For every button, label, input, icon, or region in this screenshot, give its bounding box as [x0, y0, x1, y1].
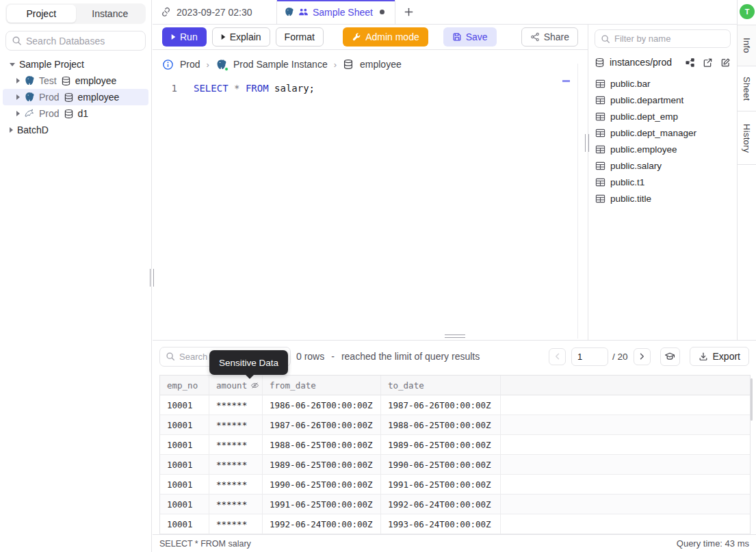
breadcrumb-database[interactable]: employee: [360, 59, 402, 70]
run-button[interactable]: Run: [162, 27, 207, 47]
save-icon: [452, 32, 462, 42]
page-total: / 20: [612, 352, 628, 362]
tree-node-batchd[interactable]: BatchD: [3, 122, 148, 138]
cell: 10001: [160, 395, 209, 415]
admin-mode-button[interactable]: Admin mode: [343, 27, 428, 47]
cell: 1989-06-25T00:00:00Z: [381, 435, 501, 455]
column-header-filler: [501, 376, 750, 395]
schema-panel-resize-handle[interactable]: [585, 134, 589, 152]
results-scrollbar[interactable]: [751, 378, 753, 421]
environment-label: Prod: [39, 108, 60, 119]
eye-off-icon[interactable]: [250, 381, 259, 390]
cell-masked: ******: [209, 495, 263, 514]
tab-sample-sheet[interactable]: Sample Sheet: [277, 0, 395, 24]
cell: 10001: [160, 514, 209, 534]
table-list: public.bar public.department public.dept…: [588, 75, 737, 207]
tree-node-prod-employee[interactable]: Prod employee: [3, 89, 148, 105]
share-button[interactable]: Share: [521, 27, 578, 47]
unlink-icon: [161, 7, 171, 17]
cell-masked: ******: [209, 514, 263, 534]
new-tab-button[interactable]: [395, 0, 421, 24]
table-item[interactable]: public.employee: [588, 141, 737, 157]
tree-node-sample-project[interactable]: Sample Project: [3, 56, 148, 73]
sheet-tab-bar: 2023-09-27 02:30 Sample Sheet: [153, 0, 737, 25]
column-header: amount: [209, 376, 263, 395]
database-icon: [61, 76, 71, 86]
limit-message: reached the limit of query results: [341, 351, 480, 362]
breadcrumb-environment[interactable]: Prod: [180, 59, 200, 70]
database-search-input[interactable]: [26, 36, 140, 47]
table-item[interactable]: public.bar: [588, 75, 737, 92]
column-header: emp_no: [160, 376, 209, 395]
download-icon: [699, 352, 708, 361]
column-header: from_date: [263, 376, 381, 395]
caret-right-icon[interactable]: [16, 78, 20, 83]
table-item[interactable]: public.dept_manager: [588, 124, 737, 141]
external-link-icon[interactable]: [703, 57, 713, 68]
table-name: public.bar: [610, 79, 651, 89]
sidebar-resize-handle[interactable]: [150, 269, 154, 287]
caret-right-icon[interactable]: [16, 94, 20, 100]
cell-filler: [501, 495, 750, 514]
editor-scrollbar[interactable]: [577, 64, 578, 339]
tree-node-test-employee[interactable]: Test employee: [3, 73, 148, 89]
next-page-button[interactable]: [634, 348, 651, 365]
connection-breadcrumb: Prod › Prod Sample Instance › employee: [153, 50, 588, 79]
save-button[interactable]: Save: [443, 27, 497, 47]
connection-row: instances/prod: [595, 54, 731, 70]
table-name: public.employee: [610, 144, 677, 155]
table-icon: [595, 128, 605, 138]
export-button[interactable]: Export: [690, 347, 749, 366]
cell-filler: [501, 435, 750, 455]
tab-project[interactable]: Project: [7, 5, 76, 23]
rail-tab-history[interactable]: History: [738, 112, 756, 165]
schema-diagram-icon[interactable]: [685, 57, 695, 68]
unsaved-dot: [380, 10, 384, 14]
database-label: d1: [78, 108, 89, 119]
format-button[interactable]: Format: [276, 27, 324, 47]
sql-identifier: salary;: [274, 83, 315, 94]
page-number-input[interactable]: [571, 347, 608, 366]
results-resize-handle[interactable]: [445, 334, 465, 338]
schema-filter-input[interactable]: [614, 34, 725, 44]
search-icon: [601, 34, 610, 44]
cell: 1992-06-24T00:00:00Z: [381, 495, 501, 514]
postgres-icon: [24, 75, 35, 86]
save-label: Save: [466, 31, 488, 42]
tab-instance[interactable]: Instance: [76, 5, 145, 23]
explain-button[interactable]: Explain: [212, 27, 270, 47]
rail-tab-info[interactable]: Info: [738, 25, 756, 66]
masking-hat-button[interactable]: [660, 347, 680, 366]
avatar[interactable]: T: [740, 4, 755, 19]
sql-keyword: FROM: [246, 83, 269, 94]
cell: 1986-06-26T00:00:00Z: [263, 395, 381, 415]
table-item[interactable]: public.title: [588, 190, 737, 207]
caret-right-icon[interactable]: [16, 111, 20, 116]
prev-page-button[interactable]: [549, 348, 566, 365]
play-icon: [172, 34, 176, 40]
table-name: public.department: [610, 95, 683, 105]
row-count: 0 rows: [296, 351, 324, 362]
share-label: Share: [544, 31, 569, 42]
info-icon[interactable]: [162, 59, 174, 70]
breadcrumb-instance[interactable]: Prod Sample Instance: [233, 59, 328, 70]
tab-label: Sample Sheet: [313, 7, 373, 18]
database-search: [5, 31, 146, 51]
caret-down-icon[interactable]: [10, 63, 15, 66]
cell: 1990-06-25T00:00:00Z: [263, 475, 381, 495]
cell: 1992-06-24T00:00:00Z: [263, 514, 381, 534]
postgres-icon: [284, 7, 294, 17]
table-item[interactable]: public.dept_emp: [588, 108, 737, 124]
edit-icon[interactable]: [720, 57, 731, 68]
table-item[interactable]: public.salary: [588, 157, 737, 174]
sql-keyword: SELECT: [194, 83, 229, 94]
caret-right-icon[interactable]: [10, 127, 13, 133]
table-item[interactable]: public.t1: [588, 174, 737, 190]
tab-history-sheet[interactable]: 2023-09-27 02:30: [153, 0, 277, 24]
cell: 1988-06-25T00:00:00Z: [263, 435, 381, 455]
table-item[interactable]: public.department: [588, 92, 737, 108]
rail-tab-sheet[interactable]: Sheet: [738, 67, 756, 111]
sql-code-line[interactable]: 1 SELECT * FROM salary;: [153, 83, 315, 96]
tree-node-prod-d1[interactable]: Prod d1: [3, 105, 148, 122]
table-icon: [595, 111, 605, 122]
